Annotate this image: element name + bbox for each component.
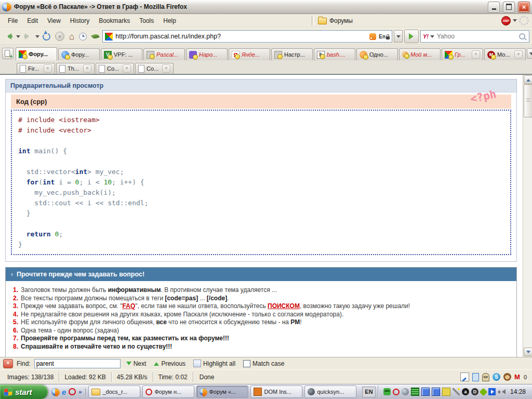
adblock-dropdown-icon[interactable] — [513, 19, 517, 24]
home-button[interactable]: ⌂ — [68, 30, 76, 43]
monkey-status-icon[interactable] — [503, 373, 511, 381]
tab-настр[interactable]: Настр... — [271, 48, 313, 60]
search-input[interactable] — [436, 32, 517, 41]
tab-co[interactable]: Co... — [96, 63, 134, 74]
scrollbar-thumb[interactable] — [524, 84, 532, 117]
back-button[interactable] — [3, 30, 15, 43]
url-dropdown-button[interactable] — [394, 30, 403, 43]
bookmarks-folder-forums[interactable]: Форумы — [314, 16, 357, 25]
quicklaunch-opera-icon[interactable] — [69, 388, 76, 395]
rss-feed-icon[interactable] — [369, 33, 376, 40]
back-dropdown-icon[interactable] — [16, 35, 20, 40]
page-status-icon[interactable] — [472, 373, 479, 381]
tab-close-button[interactable] — [514, 50, 523, 59]
tab-th[interactable]: Th... — [56, 63, 95, 74]
tray-a-icon[interactable] — [462, 388, 469, 395]
mail-status-icon[interactable]: M — [514, 373, 520, 381]
forward-dropdown-icon[interactable] — [35, 35, 39, 40]
task-button[interactable]: quicksyn... — [304, 385, 356, 398]
match-case-checkbox[interactable] — [243, 360, 250, 367]
forward-button[interactable] — [22, 30, 34, 43]
tab-мо[interactable]: Мо... — [484, 48, 526, 60]
extension-button[interactable] — [90, 30, 101, 43]
task-button[interactable]: _docs_r... — [88, 385, 140, 398]
tray-d-icon[interactable] — [471, 388, 478, 395]
menu-history[interactable]: History — [65, 16, 94, 26]
scroll-down-button[interactable] — [524, 348, 532, 356]
tray-frog-icon[interactable] — [383, 388, 391, 395]
menu-help[interactable]: Help — [158, 16, 181, 26]
search-box[interactable]: Y! — [420, 30, 529, 43]
tray-grid-icon[interactable] — [411, 388, 419, 396]
rule-link[interactable]: FAQ — [123, 302, 136, 310]
menu-bookmarks[interactable]: Bookmarks — [94, 16, 135, 26]
tray-wand-icon[interactable] — [453, 388, 460, 395]
highlight-all-button[interactable]: Highlight all — [191, 359, 237, 368]
rip-status-icon[interactable] — [482, 373, 489, 381]
yahoo-icon[interactable]: Y! — [423, 33, 429, 39]
find-next-button[interactable]: Next — [124, 359, 149, 368]
tab-bash[interactable]: bash.... — [314, 48, 355, 60]
tray-note-icon[interactable] — [442, 388, 450, 396]
edit-status-icon[interactable] — [460, 373, 469, 381]
tab-close-button[interactable] — [472, 50, 480, 59]
menu-view[interactable]: View — [43, 16, 65, 26]
search-engine-dropdown-icon[interactable] — [430, 35, 434, 40]
tab-close-button[interactable] — [83, 64, 91, 73]
find-previous-button[interactable]: Previous — [152, 359, 188, 368]
task-button[interactable]: Форум н... — [142, 385, 194, 398]
history-button[interactable] — [77, 30, 88, 43]
rule-link[interactable]: ПОИСКОМ — [268, 302, 300, 310]
tab-мойм[interactable]: Мой м... — [399, 48, 441, 60]
tab-close-button[interactable] — [44, 64, 52, 73]
scroll-up-button[interactable] — [524, 75, 532, 84]
quicklaunch-ie-icon[interactable]: e — [62, 388, 66, 396]
menu-edit[interactable]: Edit — [22, 16, 43, 26]
quicklaunch-firefox-icon[interactable] — [51, 388, 59, 396]
stop-button[interactable]: × — [54, 30, 66, 43]
rules-panel-header[interactable]: › Прочтите прежде чем задавать вопрос! — [6, 268, 516, 281]
tab-фору[interactable]: Фору... — [16, 47, 57, 60]
quicklaunch-overflow-icon[interactable]: » — [78, 389, 82, 395]
vertical-scrollbar[interactable] — [523, 75, 532, 357]
tab-vpf[interactable]: VPF: ... — [101, 48, 142, 60]
tab-одно[interactable]: Одно... — [356, 48, 398, 60]
tab-pascal[interactable]: Pascal... — [143, 48, 185, 60]
language-indicator[interactable]: EN — [362, 387, 376, 397]
skype-status-icon[interactable] — [493, 373, 500, 381]
tab-янде[interactable]: Янде... — [229, 48, 270, 60]
tab-overflow-button[interactable] — [527, 48, 532, 59]
find-close-button[interactable] — [3, 359, 13, 368]
menu-tools[interactable]: Tools — [135, 16, 158, 26]
adblock-icon[interactable]: ABP — [501, 16, 511, 25]
tray-net-icon[interactable] — [432, 388, 440, 396]
tray-sphere-icon[interactable] — [402, 388, 409, 395]
minimize-button[interactable] — [488, 2, 500, 12]
tray-net-icon[interactable] — [421, 388, 430, 396]
tray-play-icon[interactable] — [488, 388, 496, 395]
search-icon[interactable] — [519, 33, 525, 39]
tab-close-button[interactable] — [162, 64, 170, 73]
match-case-toggle[interactable]: Match case — [241, 360, 286, 368]
tab-гр[interactable]: Гр... — [442, 48, 483, 60]
url-text[interactable]: http://forum.pascal.net.ru/index.php? — [115, 33, 367, 40]
find-input[interactable] — [34, 359, 121, 368]
reload-button[interactable] — [41, 30, 52, 43]
menu-file[interactable]: File — [3, 16, 22, 26]
tab-close-button[interactable] — [123, 64, 131, 73]
tray-nv-icon[interactable] — [480, 388, 488, 396]
task-button[interactable]: DOM Ins... — [250, 385, 302, 398]
tab-фору[interactable]: Фору... — [58, 48, 100, 60]
new-tab-button[interactable] — [2, 48, 14, 59]
task-button[interactable]: Форум «... — [196, 385, 248, 398]
start-button[interactable]: start — [0, 384, 48, 399]
tray-opera-icon[interactable] — [393, 389, 400, 395]
tab-co[interactable]: Co... — [135, 63, 174, 74]
tab-наро[interactable]: Наро... — [186, 48, 228, 60]
maximize-button[interactable] — [503, 2, 515, 12]
tab-fir[interactable]: Fir... — [17, 63, 55, 74]
close-button[interactable]: × — [518, 2, 530, 12]
url-bar[interactable]: http://forum.pascal.net.ru/index.php? En — [102, 30, 392, 43]
go-button[interactable] — [404, 30, 419, 43]
tray-vol-icon[interactable] — [498, 388, 505, 395]
